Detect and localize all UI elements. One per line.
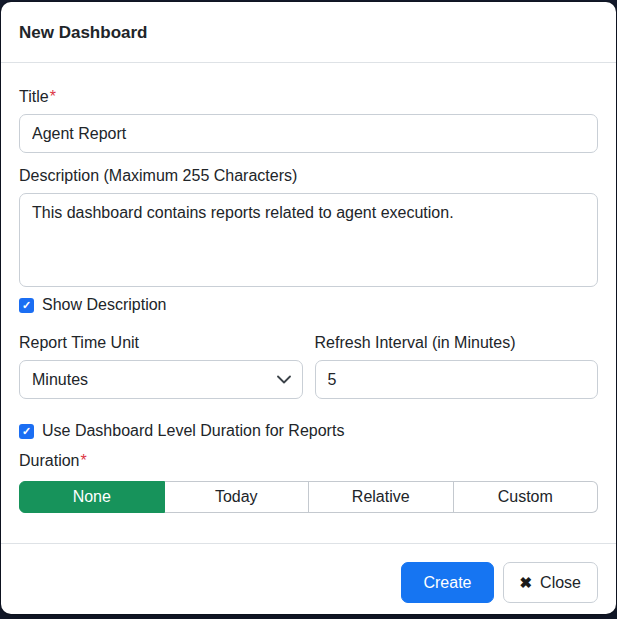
show-description-row: ✓ Show Description: [19, 296, 598, 314]
duration-button-group: None Today Relative Custom: [19, 481, 598, 513]
modal-body: Title* Description (Maximum 255 Characte…: [1, 63, 616, 543]
use-dashboard-duration-label: Use Dashboard Level Duration for Reports: [42, 422, 344, 440]
refresh-interval-group: Refresh Interval (in Minutes): [315, 334, 599, 399]
show-description-checkbox[interactable]: ✓: [19, 298, 34, 313]
report-time-unit-value[interactable]: [19, 360, 303, 399]
report-time-unit-select[interactable]: [19, 360, 303, 399]
title-label: Title*: [19, 88, 598, 106]
create-button[interactable]: Create: [401, 562, 493, 603]
report-time-unit-label: Report Time Unit: [19, 334, 303, 352]
modal-header: New Dashboard: [1, 2, 616, 63]
duration-option-today[interactable]: Today: [165, 481, 310, 513]
use-dashboard-duration-checkbox[interactable]: ✓: [19, 424, 34, 439]
title-field-group: Title*: [19, 88, 598, 153]
duration-option-custom[interactable]: Custom: [454, 481, 599, 513]
required-asterisk: *: [80, 452, 86, 469]
title-input[interactable]: [19, 114, 598, 153]
close-button[interactable]: ✖ Close: [503, 562, 598, 603]
duration-option-relative[interactable]: Relative: [309, 481, 454, 513]
modal-footer: Create ✖ Close: [1, 543, 616, 614]
show-description-label: Show Description: [42, 296, 167, 314]
duration-option-none[interactable]: None: [19, 481, 165, 513]
use-dashboard-duration-row: ✓ Use Dashboard Level Duration for Repor…: [19, 422, 598, 440]
close-x-icon: ✖: [520, 575, 533, 590]
report-time-unit-group: Report Time Unit: [19, 334, 303, 399]
new-dashboard-modal: New Dashboard Title* Description (Maximu…: [1, 2, 616, 614]
duration-label: Duration*: [19, 452, 598, 470]
refresh-interval-label: Refresh Interval (in Minutes): [315, 334, 599, 352]
required-asterisk: *: [50, 88, 56, 105]
close-button-label: Close: [540, 574, 581, 592]
description-label: Description (Maximum 255 Characters): [19, 167, 598, 185]
time-settings-row: Report Time Unit Refresh Interval (in Mi…: [19, 334, 598, 399]
refresh-interval-input[interactable]: [315, 360, 599, 399]
description-textarea[interactable]: This dashboard contains reports related …: [19, 193, 598, 287]
description-field-group: Description (Maximum 255 Characters) Thi…: [19, 167, 598, 287]
modal-title: New Dashboard: [19, 22, 598, 43]
